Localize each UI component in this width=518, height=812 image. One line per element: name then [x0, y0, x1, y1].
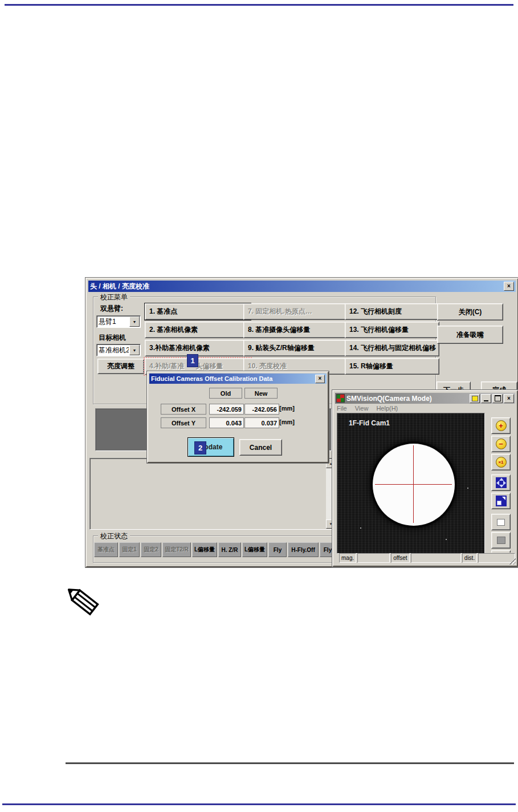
step-1-badge: 1 [187, 354, 198, 367]
menu-button-13[interactable]: 13. 飞行相机偏移量 [345, 322, 439, 338]
resize-view-button[interactable] [491, 493, 511, 509]
zoom-actual-button[interactable]: ×1 [491, 454, 511, 470]
extra-tool-button[interactable] [491, 550, 511, 553]
zoom-in-button[interactable]: + [491, 417, 511, 434]
target-camera-select[interactable]: 基准相机2 ▼ [96, 344, 141, 356]
offset-label: offset [391, 553, 409, 563]
fiducial-dialog-title: Fiducial Cameras Offset Calibration Data [151, 375, 314, 382]
noise-speck [446, 539, 447, 540]
offset-y-unit: [mm] [279, 419, 295, 425]
status-chip: Fly [268, 542, 287, 557]
menu-button-12[interactable]: 12. 飞行相机刻度 [345, 303, 439, 320]
close-icon[interactable]: × [504, 282, 514, 291]
arm-select[interactable]: 悬臂1 ▼ [96, 315, 141, 328]
offset-y-new-value: 0.037 [244, 417, 279, 428]
smvision-window: SMVisionQ(Camera Mode) × File View Help(… [332, 390, 518, 567]
menu-button-4-label-right: 头偏移量 [195, 362, 223, 371]
fill-region-button[interactable] [491, 532, 511, 549]
dual-arm-label: 双悬臂: [100, 304, 123, 314]
old-column-header: Old [209, 388, 242, 399]
page-top-rule [5, 4, 513, 6]
dist-label: dist. [462, 553, 477, 563]
noise-speck [360, 527, 361, 529]
close-window-button[interactable]: 关闭(C) [437, 303, 503, 320]
maximize-icon[interactable] [492, 394, 503, 403]
mag-value-field [357, 553, 390, 563]
status-chip: H-Fly.Off [288, 542, 319, 557]
offset-x-new-value: -242.056 [244, 404, 279, 415]
zoom-out-icon: − [496, 439, 507, 449]
smvision-titlebar[interactable]: SMVisionQ(Camera Mode) × [335, 393, 515, 404]
offset-x-old-value: -242.059 [209, 404, 244, 415]
chevron-down-icon[interactable]: ▼ [129, 316, 140, 327]
offset-x-label: Offset X [161, 404, 206, 415]
menu-button-8[interactable]: 8. 基准摄像头偏移量 [243, 322, 349, 338]
fiducial-mark-circle [373, 444, 455, 526]
status-chip: 固定1 [119, 542, 140, 557]
smvision-statusbar: mag. offset dist. [335, 553, 515, 563]
smvision-menubar: File View Help(H) [337, 405, 406, 412]
target-camera-label: 目标相机 [99, 333, 126, 343]
noise-speck [467, 488, 468, 489]
app-icon [336, 394, 345, 403]
fiducial-dialog-titlebar[interactable]: Fiducial Cameras Offset Calibration Data… [149, 373, 327, 384]
offset-value-field [411, 553, 461, 563]
select-region-icon [497, 519, 505, 526]
resize-view-icon [496, 496, 507, 506]
cancel-button[interactable]: Cancel [239, 439, 282, 456]
status-chip: 基准点 [94, 542, 118, 557]
target-camera-value: 基准相机2 [97, 346, 129, 355]
dist-value-field [478, 553, 515, 563]
menu-button-4-label-left: 4.补助/基准 [149, 362, 184, 371]
menu-button-7: 7. 固定相机.热原点… [243, 303, 349, 320]
calibration-menu-group-label: 校正菜单 [98, 293, 130, 302]
menu-file[interactable]: File [337, 405, 347, 412]
status-chip: L偏移量 [192, 542, 217, 557]
prepare-nozzle-button[interactable]: 准备吸嘴 [437, 326, 503, 344]
menu-button-2[interactable]: 2. 基准相机像素 [145, 322, 251, 338]
page-bottom-rule [2, 803, 516, 805]
zoom-1x-icon: ×1 [496, 457, 507, 468]
arm-select-value: 悬臂1 [97, 317, 129, 327]
menu-view[interactable]: View [355, 405, 369, 412]
offset-y-old-value: 0.043 [209, 417, 244, 428]
fit-view-icon [496, 477, 507, 488]
camera-feed-label: 1F-Fid Cam1 [349, 419, 390, 427]
crosshair-vertical [413, 445, 414, 523]
menu-button-14[interactable]: 14. 飞行相机与固定相机偏移 [345, 340, 439, 356]
camera-image: 1F-Fid Cam1 [337, 413, 485, 554]
step-2-badge: 2 [194, 441, 206, 454]
status-chip-row: 基准点 固定1 固定2 固定T2/R L偏移量 H. Z/R L偏移量 Fly … [94, 542, 347, 557]
status-chip: 固定2 [141, 542, 161, 557]
camera-toolbar: + − ×1 [488, 413, 514, 553]
select-region-button[interactable] [491, 514, 511, 530]
footer-divider [66, 762, 514, 764]
offset-y-label: Offset Y [161, 417, 206, 428]
zoom-out-button[interactable]: − [491, 436, 511, 452]
calibration-titlebar[interactable]: 头 / 相机 / 亮度校准 × [88, 281, 516, 292]
minimize-icon[interactable] [481, 394, 491, 403]
brightness-adjust-button[interactable]: 亮度调整 [97, 359, 144, 374]
zoom-in-icon: + [496, 420, 507, 431]
menu-button-9[interactable]: 9. 贴装头Z/R轴偏移量 [243, 340, 349, 356]
calibration-status-group-label: 校正状态 [98, 531, 130, 541]
camera-live-toggle-icon[interactable] [470, 394, 480, 403]
mag-label: mag. [339, 553, 356, 563]
close-icon[interactable]: × [504, 394, 514, 403]
menu-button-15[interactable]: 15. R轴偏移量 [345, 358, 439, 375]
status-chip: L偏移量 [242, 542, 267, 557]
log-listbox[interactable]: ▲ ▼ [89, 458, 336, 530]
smvision-title: SMVisionQ(Camera Mode) [346, 395, 468, 403]
close-icon[interactable]: × [315, 375, 325, 383]
fiducial-offset-dialog: Fiducial Cameras Offset Calibration Data… [147, 371, 329, 463]
new-column-header: New [244, 388, 278, 399]
status-chip: H. Z/R [218, 542, 241, 557]
chevron-down-icon[interactable]: ▼ [129, 345, 140, 355]
menu-help[interactable]: Help(H) [376, 405, 398, 412]
fill-region-icon [497, 537, 505, 544]
menu-button-1[interactable]: 1. 基准点 [145, 303, 251, 320]
status-chip: 固定T2/R [162, 542, 191, 557]
note-pencil-icon [62, 581, 104, 620]
offset-x-unit: [mm] [279, 405, 295, 412]
fit-view-button[interactable] [491, 474, 511, 491]
